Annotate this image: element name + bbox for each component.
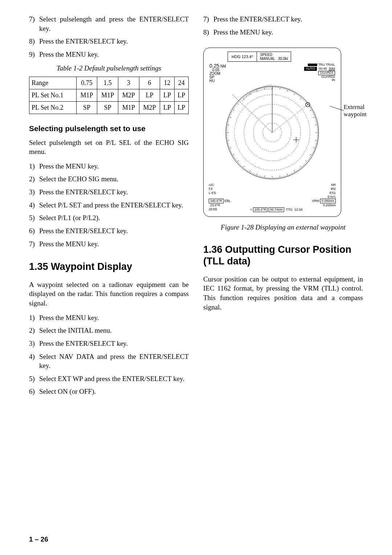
svg-line-76 [294,170,295,173]
svg-line-127 [228,147,229,147]
svg-line-87 [278,177,279,179]
page-number: 1 – 26 [29,535,48,543]
svg-line-38 [315,120,317,120]
svg-line-162 [244,96,244,97]
svg-line-112 [241,166,242,167]
svg-line-99 [260,176,260,177]
svg-line-52 [316,142,318,142]
external-waypoint-label: Externalwaypoint [344,104,367,118]
svg-line-33 [313,112,314,113]
svg-line-37 [315,118,317,119]
svg-line-123 [230,153,232,153]
svg-line-65 [308,161,309,161]
svg-line-30 [310,108,311,109]
svg-line-15 [293,92,294,93]
svg-line-140 [226,126,228,126]
svg-line-50 [317,139,318,139]
svg-line-68 [305,164,306,165]
svg-line-157 [238,102,239,103]
svg-line-66 [306,161,308,162]
svg-line-144 [228,120,229,120]
svg-line-58 [313,151,315,152]
svg-line-167 [250,92,251,93]
pulselength-table: Range 0.75 1.5 3 6 12 24 PL Set No.1 M1P… [29,77,189,114]
svg-line-176 [264,87,265,90]
svg-line-125 [229,150,230,150]
svg-line-107 [248,171,248,172]
step: 1)Press the MENU key. [29,313,189,323]
svg-line-81 [287,174,288,177]
step: 5)Select EXT WP and press the ENTER/SELE… [29,374,189,384]
svg-line-165 [248,93,248,94]
svg-line-40 [316,123,318,123]
svg-line-117 [236,161,237,161]
svg-line-114 [239,164,240,165]
svg-line-61 [310,154,313,156]
svg-line-10 [286,89,286,90]
step: 5)Select P/L1 (or P/L2). [29,213,189,223]
svg-line-142 [227,123,228,123]
svg-line-7 [282,87,282,89]
svg-line-8 [283,88,283,89]
step: 3)Press the ENTER/SELECT key. [29,187,189,197]
svg-line-31 [310,109,313,111]
svg-line-172 [258,89,258,90]
step: 4)Select P/L SET and press the ENTER/SEL… [29,200,189,210]
svg-line-6 [280,87,280,90]
svg-line-36 [313,117,316,118]
step: 2)Select the ECHO SIG menu. [29,174,189,184]
radar-scope [211,84,334,182]
svg-line-51 [315,140,318,141]
step: 8)Press the MENU key. [203,28,363,37]
svg-line-11 [287,89,288,92]
svg-line-32 [312,111,313,112]
svg-line-57 [314,150,315,150]
svg-line-103 [253,174,254,175]
svg-line-110 [244,168,244,169]
svg-line-145 [228,118,229,119]
svg-line-95 [266,177,266,179]
range-labels: 0.25 NM 0.05 ZOOM SP HU [209,63,226,83]
svg-line-149 [230,112,232,113]
svg-line-67 [306,163,307,164]
step: 7)Select pulselength and press the ENTER… [29,15,189,33]
svg-line-14 [292,91,293,92]
step: 7)Press the MENU key. [29,239,189,249]
svg-line-156 [237,103,239,105]
figure-caption: Figure 1-28 Displaying an external waypo… [203,223,363,231]
svg-line-132 [226,139,228,139]
hdg-box: HDG 123.4° [228,52,257,62]
svg-line-73 [299,169,299,170]
svg-line-69 [303,165,305,166]
svg-line-29 [310,107,311,108]
svg-line-62 [310,157,311,157]
svg-line-152 [233,108,234,109]
svg-line-97 [262,177,263,178]
svg-line-120 [233,157,234,157]
svg-line-128 [228,145,229,145]
step: 2)Select the INITIAL menu. [29,326,189,335]
svg-line-141 [226,125,229,125]
svg-line-147 [229,115,230,116]
svg-line-164 [246,94,247,95]
svg-line-131 [226,140,229,141]
svg-line-19 [299,95,299,96]
svg-line-101 [256,174,257,177]
svg-line-41 [315,125,318,125]
svg-line-163 [245,95,246,96]
svg-line-104 [252,173,253,175]
step: 9)Press the MENU key. [29,50,189,59]
svg-line-98 [261,177,261,178]
section-heading: 1.35 Waypoint Display [29,261,189,272]
svg-line-130 [227,142,228,142]
svg-line-23 [303,99,305,100]
left-column: 7)Select pulselength and press the ENTER… [29,15,189,400]
svg-line-84 [283,177,283,178]
svg-line-20 [300,96,301,97]
svg-line-168 [252,91,253,92]
svg-line-77 [293,173,294,174]
subheading: Selecting pulselength set to use [29,124,189,133]
svg-line-116 [237,161,239,162]
svg-line-96 [264,175,265,178]
svg-line-54 [315,145,317,145]
